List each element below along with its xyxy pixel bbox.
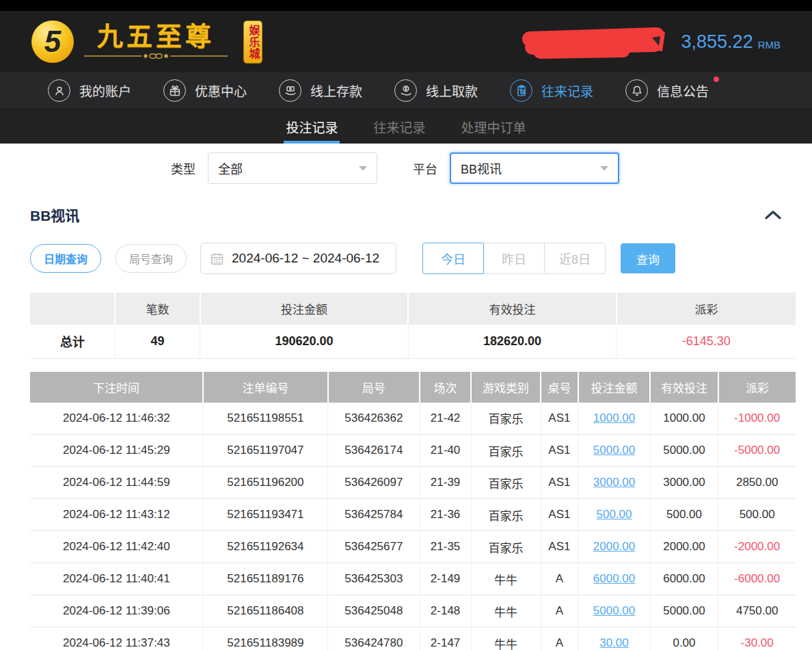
nav-item-label: 线上取款 xyxy=(426,81,478,100)
date-range-input[interactable]: 2024-06-12 ~ 2024-06-12 xyxy=(200,243,396,274)
nav-item-label: 往来记录 xyxy=(541,81,593,100)
deposit-icon xyxy=(279,79,301,102)
payout-cell: -5000.00 xyxy=(718,435,796,467)
section-head: BB视讯 xyxy=(30,204,782,225)
bet-amount-link[interactable]: 30.00 xyxy=(578,627,650,650)
summary-total-value: -6145.30 xyxy=(617,325,796,358)
round-id-cell: 536425048 xyxy=(328,595,420,627)
order-id-cell: 521651193471 xyxy=(203,499,328,531)
summary-column-header: 投注金额 xyxy=(200,293,409,325)
tab-1[interactable]: 投注记录 xyxy=(284,109,340,144)
type-select[interactable]: 全部 xyxy=(208,152,377,184)
search-button[interactable]: 查询 xyxy=(621,243,675,273)
balance-currency: RMB xyxy=(758,33,781,51)
nav-item-gift[interactable]: 优惠中心 xyxy=(163,79,247,102)
table-id-cell: AS1 xyxy=(541,435,578,467)
table-row: 2024-06-12 11:44:59521651196200536426097… xyxy=(30,467,796,499)
summary-header-row: 笔数投注金额有效投注派彩 xyxy=(30,293,796,325)
nav-item-label: 优惠中心 xyxy=(195,81,247,100)
bet-amount-link[interactable]: 1000.00 xyxy=(578,403,650,435)
nav-item-deposit[interactable]: 线上存款 xyxy=(279,79,362,102)
game-type-cell: 百家乐 xyxy=(471,499,541,531)
quick-range-button[interactable]: 昨日 xyxy=(483,243,545,274)
date-query-button[interactable]: 日期查询 xyxy=(30,244,101,273)
table-row: 2024-06-12 11:43:12521651193471536425784… xyxy=(30,499,796,531)
bet-time-cell: 2024-06-12 11:37:43 xyxy=(30,627,203,650)
valid-bet-cell: 0.00 xyxy=(650,627,718,650)
nav-item-withdraw[interactable]: 线上取款 xyxy=(394,79,478,102)
round-id-cell: 536425303 xyxy=(328,563,420,595)
table-id-cell: AS1 xyxy=(541,467,578,499)
valid-bet-cell: 500.00 xyxy=(650,499,718,531)
bet-table-body: 2024-06-12 11:46:32521651198551536426362… xyxy=(30,403,796,650)
order-id-cell: 521651192634 xyxy=(203,531,328,563)
game-type-cell: 百家乐 xyxy=(471,467,541,499)
order-id-cell: 521651197047 xyxy=(203,435,328,467)
table-row: 2024-06-12 11:46:32521651198551536426362… xyxy=(30,403,796,435)
summary-table: 笔数投注金额有效投注派彩 总计49190620.00182620.00-6145… xyxy=(30,293,796,359)
order-id-cell: 521651183989 xyxy=(203,627,328,650)
table-id-cell: A xyxy=(541,563,578,595)
redacted-username xyxy=(520,24,672,59)
bet-amount-link[interactable]: 5000.00 xyxy=(578,595,650,627)
bet-time-cell: 2024-06-12 11:43:12 xyxy=(30,499,203,531)
brand-block: 九五至尊 xyxy=(84,23,228,62)
table-id-cell: A xyxy=(541,627,578,650)
game-type-cell: 百家乐 xyxy=(471,403,541,435)
bet-column-header: 投注金额 xyxy=(578,372,650,403)
records-icon xyxy=(510,79,532,102)
round-query-button[interactable]: 局号查询 xyxy=(116,244,187,273)
user-icon xyxy=(48,79,70,102)
bet-amount-link[interactable]: 3000.00 xyxy=(578,467,650,499)
gift-icon xyxy=(163,79,186,102)
summary-total-value: 182620.00 xyxy=(408,325,617,358)
valid-bet-cell: 5000.00 xyxy=(650,595,718,627)
bet-column-header: 派彩 xyxy=(718,372,796,403)
bet-column-header: 场次 xyxy=(420,372,471,403)
platform-filter-label: 平台 xyxy=(413,159,437,177)
valid-bet-cell: 6000.00 xyxy=(650,563,718,595)
session-cell: 21-39 xyxy=(420,467,471,499)
session-cell: 2-147 xyxy=(420,627,471,650)
bet-amount-link[interactable]: 2000.00 xyxy=(578,531,650,563)
session-cell: 21-36 xyxy=(420,499,471,531)
collapse-section-button[interactable] xyxy=(764,209,782,220)
session-cell: 21-35 xyxy=(420,531,471,563)
bet-column-header: 注单编号 xyxy=(203,372,328,403)
tab-3[interactable]: 处理中订单 xyxy=(459,109,528,144)
nav-item-records[interactable]: 往来记录 xyxy=(510,79,593,102)
summary-column-header: 笔数 xyxy=(115,293,200,325)
platform-select[interactable]: BB视讯 xyxy=(450,152,619,184)
session-cell: 2-149 xyxy=(420,563,471,595)
top-strip xyxy=(0,0,812,11)
logo-flourish-icon xyxy=(84,51,228,61)
brand-logo-icon: 5 xyxy=(31,21,74,63)
table-id-cell: AS1 xyxy=(541,499,578,531)
nav-item-user[interactable]: 我的账户 xyxy=(48,79,131,102)
game-type-cell: 百家乐 xyxy=(471,435,541,467)
bet-column-header: 桌号 xyxy=(541,372,578,403)
payout-cell: -30.00 xyxy=(718,627,796,650)
nav-item-bell[interactable]: 信息公告 xyxy=(625,79,709,102)
payout-cell: 500.00 xyxy=(718,499,796,531)
bet-amount-link[interactable]: 500.00 xyxy=(578,499,650,531)
game-type-cell: 牛牛 xyxy=(471,595,541,627)
quick-range-button[interactable]: 今日 xyxy=(422,243,484,274)
quick-range-group: 今日昨日近8日 xyxy=(422,243,606,274)
table-id-cell: A xyxy=(541,595,578,627)
bet-amount-link[interactable]: 5000.00 xyxy=(578,435,650,467)
round-id-cell: 536426174 xyxy=(328,435,420,467)
bet-amount-link[interactable]: 6000.00 xyxy=(578,563,650,595)
round-id-cell: 536426097 xyxy=(328,467,420,499)
summary-total-row: 总计49190620.00182620.00-6145.30 xyxy=(30,325,796,358)
quick-range-button[interactable]: 近8日 xyxy=(544,243,606,274)
valid-bet-cell: 3000.00 xyxy=(650,467,718,499)
table-id-cell: AS1 xyxy=(541,531,578,563)
nav-item-label: 信息公告 xyxy=(657,81,709,100)
brand-logo[interactable]: 5 九五至尊 娱乐城 xyxy=(31,21,262,64)
date-range-value: 2024-06-12 ~ 2024-06-12 xyxy=(232,251,379,266)
valid-bet-cell: 5000.00 xyxy=(650,435,718,467)
balance-amount: 3,855.22 xyxy=(681,31,753,53)
summary-total-label: 总计 xyxy=(30,325,115,358)
tab-2[interactable]: 往来记录 xyxy=(371,109,427,144)
